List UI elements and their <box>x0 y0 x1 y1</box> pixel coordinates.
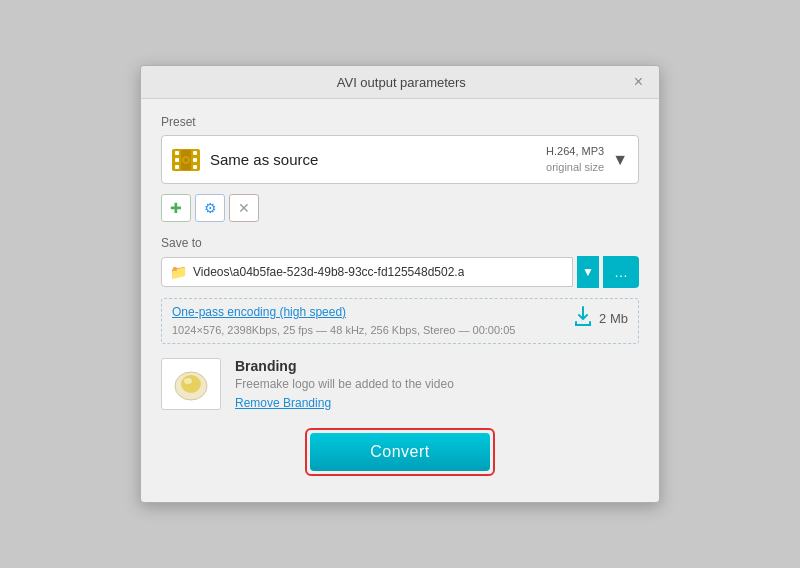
edit-preset-button[interactable]: ⚙ <box>195 194 225 222</box>
preset-label: Preset <box>161 115 639 129</box>
convert-section: Convert <box>161 428 639 486</box>
svg-rect-5 <box>193 158 197 162</box>
file-size-icon <box>573 305 593 332</box>
dialog-title: AVI output parameters <box>173 75 630 90</box>
dropdown-arrow-icon: ▼ <box>582 265 594 279</box>
saveto-path: Videos\a04b5fae-523d-49b8-93cc-fd125548d… <box>193 265 464 279</box>
svg-point-11 <box>181 375 201 393</box>
branding-description: Freemake logo will be added to the video <box>235 377 639 391</box>
encoding-section: One-pass encoding (high speed) 1024×576,… <box>161 298 639 344</box>
saveto-label: Save to <box>161 236 639 250</box>
encoding-size: 2 Mb <box>573 305 628 332</box>
branding-info: Branding Freemake logo will be added to … <box>235 358 639 410</box>
convert-button[interactable]: Convert <box>310 433 490 471</box>
browse-icon: … <box>614 264 628 280</box>
delete-preset-button[interactable]: ✕ <box>229 194 259 222</box>
file-size-value: 2 Mb <box>599 311 628 326</box>
convert-button-wrapper: Convert <box>305 428 495 476</box>
dialog-body: Preset Same as source <box>141 99 659 502</box>
preset-size: original size <box>546 160 604 175</box>
branding-title: Branding <box>235 358 639 374</box>
encoding-details: 1024×576, 2398Kbps, 25 fps — 48 kHz, 256… <box>172 324 515 336</box>
svg-rect-1 <box>175 151 179 155</box>
preset-right: H.264, MP3 original size ▼ <box>546 144 628 175</box>
svg-point-12 <box>184 378 192 384</box>
encoding-link[interactable]: One-pass encoding (high speed) <box>172 305 573 319</box>
delete-icon: ✕ <box>238 200 250 216</box>
branding-thumbnail <box>161 358 221 410</box>
preset-info: H.264, MP3 original size <box>546 144 604 175</box>
branding-section: Branding Freemake logo will be added to … <box>161 358 639 410</box>
preset-dropdown-arrow: ▼ <box>612 151 628 169</box>
svg-rect-6 <box>193 165 197 169</box>
svg-rect-3 <box>175 165 179 169</box>
saveto-input-field[interactable]: 📁 Videos\a04b5fae-523d-49b8-93cc-fd12554… <box>161 257 573 287</box>
saveto-row: 📁 Videos\a04b5fae-523d-49b8-93cc-fd12554… <box>161 256 639 288</box>
preset-name: Same as source <box>210 151 318 168</box>
close-button[interactable]: × <box>630 74 647 90</box>
svg-rect-2 <box>175 158 179 162</box>
gear-icon: ⚙ <box>204 200 217 216</box>
preset-buttons: ✚ ⚙ ✕ <box>161 194 639 222</box>
encoding-left: One-pass encoding (high speed) 1024×576,… <box>172 305 573 337</box>
saveto-dropdown-button[interactable]: ▼ <box>577 256 599 288</box>
svg-point-9 <box>184 158 188 162</box>
avi-output-dialog: AVI output parameters × Preset <box>140 65 660 503</box>
film-icon <box>172 149 200 171</box>
remove-branding-link[interactable]: Remove Branding <box>235 396 331 410</box>
svg-rect-4 <box>193 151 197 155</box>
saveto-browse-button[interactable]: … <box>603 256 639 288</box>
add-preset-button[interactable]: ✚ <box>161 194 191 222</box>
dialog-titlebar: AVI output parameters × <box>141 66 659 99</box>
preset-codec: H.264, MP3 <box>546 144 604 159</box>
preset-dropdown[interactable]: Same as source H.264, MP3 original size … <box>161 135 639 184</box>
folder-icon: 📁 <box>170 264 187 280</box>
preset-left: Same as source <box>172 149 318 171</box>
plus-icon: ✚ <box>170 200 182 216</box>
